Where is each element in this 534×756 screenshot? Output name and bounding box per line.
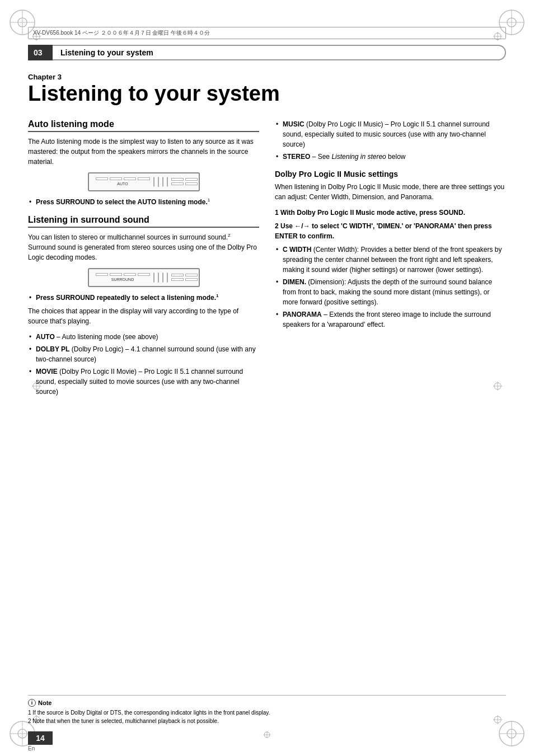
surround-instruction-text: Press SURROUND repeatedly to select a li…: [36, 294, 219, 302]
seg2-2: [110, 273, 122, 276]
top-bar: XV-DV656.book 14 ページ ２００６年４月７日 金曜日 午後６時４…: [28, 27, 506, 39]
note-label-text: Note: [38, 699, 51, 706]
display-label-2: SURROUND: [96, 278, 150, 281]
right-top-list: MUSIC (Dolby Pro Logic II Music) – Pro L…: [275, 119, 506, 162]
note-text-2: 2 Note that when the tuner is selected, …: [28, 717, 506, 725]
page-lang: En: [28, 744, 35, 752]
note-text-1: 1 If the source is Dolby Digital or DTS,…: [28, 708, 506, 717]
surround-instruction-detail: The choices that appear in the display w…: [28, 306, 259, 326]
seg2-4: [138, 273, 150, 276]
disp2-seg-empty-3: [167, 273, 168, 283]
seg4: [138, 177, 150, 180]
chapter-number: 03: [28, 45, 53, 60]
seg3: [124, 177, 136, 180]
disp2-seg-empty-2: [162, 273, 163, 283]
surround-body-text1: You can listen to stereo or multichannel…: [28, 233, 228, 241]
display-right-segs-1: [171, 178, 198, 185]
chapter-big-title: Listening to your system: [28, 82, 506, 106]
rseg2: [185, 178, 198, 181]
auto-listening-header: Auto listening mode: [28, 119, 259, 132]
auto-footnote-ref: 1: [208, 198, 210, 203]
display-left-segs: AUTO: [96, 177, 150, 186]
page-number: 14: [28, 731, 53, 745]
r2seg4: [185, 278, 198, 281]
disp-seg-empty-2: [162, 177, 163, 187]
left-column: Auto listening mode The Auto listening m…: [28, 119, 259, 400]
seg1: [96, 177, 108, 180]
surround-footnote-ref1: 2: [228, 233, 230, 238]
seg2: [110, 177, 122, 180]
mode-auto: AUTO – Auto listening mode (see above): [28, 332, 259, 342]
mode-movie-desc: (Dolby Pro Logic II Movie) – Pro Logic I…: [36, 368, 243, 396]
setting-cwidth: C WIDTH (Center Width): Provides a bette…: [275, 245, 506, 275]
rseg4: [185, 182, 198, 185]
dolby-settings-intro: When listening in Dolby Pro Logic II Mus…: [275, 182, 506, 202]
surround-mode-list: AUTO – Auto listening mode (see above) D…: [28, 332, 259, 397]
mode-dolby-pl: DOLBY PL (Dolby Pro Logic) – 4.1 channel…: [28, 344, 259, 364]
mode-music-desc: (Dolby Pro Logic II Music) – Pro Logic I…: [283, 120, 490, 148]
disp-seg-filled-1: [158, 177, 159, 187]
disp2-seg-filled-1: [158, 273, 159, 283]
disp-seg-empty-1: [153, 177, 154, 187]
dolby-step1: 1 With Dolby Pro Logic II Music mode act…: [275, 208, 506, 218]
chapter-header-title: Listening to your system: [53, 45, 506, 60]
display-diagram-2: SURROUND: [88, 268, 200, 287]
rseg3: [171, 182, 184, 185]
surround-instruction-list: Press SURROUND repeatedly to select a li…: [28, 293, 259, 303]
mode-stereo: STEREO – See Listening in stereo below: [275, 152, 506, 162]
disp2-seg-empty-1: [153, 273, 154, 283]
setting-dimen: DIMEN. (Dimension): Adjusts the depth of…: [275, 277, 506, 307]
top-bar-text: XV-DV656.book 14 ページ ２００６年４月７日 金曜日 午後６時４…: [33, 29, 210, 37]
dolby-settings-header: Dolby Pro Logic II Music settings: [275, 170, 506, 179]
chapter-label: Chapter 3: [28, 73, 506, 81]
dolby-step2: 2 Use ←/→ to select 'C WIDTH', 'DIMEN.' …: [275, 221, 506, 241]
note-label: i Note: [28, 699, 506, 707]
surround-footnote-ref2: 1: [216, 293, 218, 298]
auto-listening-body: The Auto listening mode is the simplest …: [28, 137, 259, 167]
r2seg1: [171, 274, 184, 276]
rseg1: [171, 178, 184, 181]
center-mark-bottom: [263, 730, 271, 739]
display-left-segs-2: SURROUND: [96, 273, 150, 281]
display-diagram-1: AUTO: [88, 172, 200, 191]
auto-instruction-text: Press SURROUND to select the AUTO listen…: [36, 198, 210, 206]
note-section: i Note 1 If the source is Dolby Digital …: [28, 695, 506, 725]
r2seg3: [171, 278, 184, 281]
mode-movie: MOVIE (Dolby Pro Logic II Movie) – Pro L…: [28, 367, 259, 397]
surround-body-text2: Surround sound is generated from stereo …: [28, 243, 257, 261]
stereo-link: Listening in stereo: [331, 153, 386, 161]
auto-instruction: Press SURROUND to select the AUTO listen…: [28, 197, 259, 207]
dimen-label: (Dimension):: [308, 278, 346, 286]
disp-seg-empty-3: [167, 177, 168, 187]
surround-header: Listening in surround sound: [28, 215, 259, 228]
seg2-3: [124, 273, 136, 276]
auto-instruction-list: Press SURROUND to select the AUTO listen…: [28, 197, 259, 207]
setting-panorama: PANORAMA – Extends the front stereo imag…: [275, 309, 506, 330]
mode-auto-desc: Auto listening mode (see above): [62, 333, 158, 341]
mode-music: MUSIC (Dolby Pro Logic II Music) – Pro L…: [275, 119, 506, 149]
columns: Auto listening mode The Auto listening m…: [28, 119, 506, 400]
surround-instruction: Press SURROUND repeatedly to select a li…: [28, 293, 259, 303]
chapter-header: 03 Listening to your system: [28, 45, 506, 60]
right-column: MUSIC (Dolby Pro Logic II Music) – Pro L…: [275, 119, 506, 400]
main-content: Chapter 3 Listening to your system Auto …: [28, 73, 506, 700]
note-icon: i: [28, 699, 36, 707]
dolby-settings-list: C WIDTH (Center Width): Provides a bette…: [275, 245, 506, 330]
display-label-1: AUTO: [96, 182, 150, 186]
display-right-segs-2: [171, 274, 198, 281]
seg2-1: [96, 273, 108, 276]
surround-body: You can listen to stereo or multichannel…: [28, 232, 259, 262]
cwidth-label: (Center Width):: [313, 246, 359, 253]
r2seg2: [185, 274, 198, 276]
